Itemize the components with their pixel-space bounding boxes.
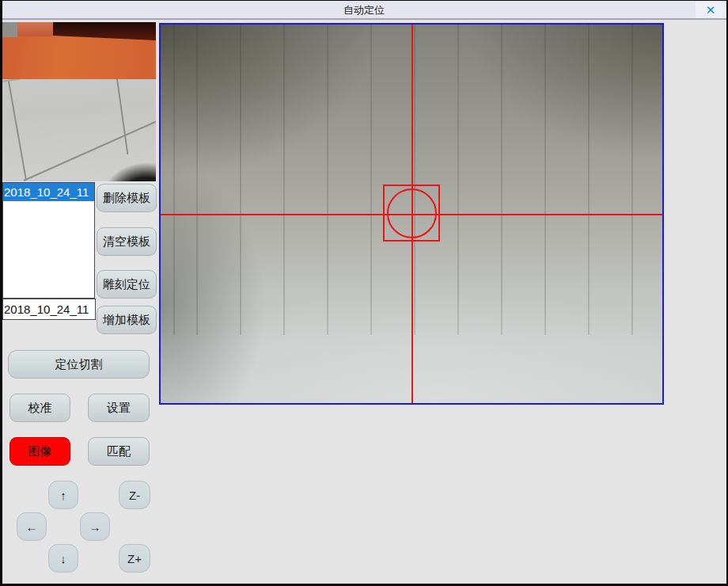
engrave-position-button[interactable]: 雕刻定位 bbox=[97, 270, 157, 299]
camera-view bbox=[159, 23, 664, 405]
calibrate-button[interactable]: 校准 bbox=[9, 394, 70, 422]
arrow-up-icon: ↑ bbox=[60, 489, 66, 502]
close-button[interactable]: ✕ bbox=[696, 2, 726, 18]
auto-position-dialog: 自动定位 ✕ 2018_10_24_11 删除模板 清空模板 雕刻定位 增加模板… bbox=[0, 0, 728, 586]
dialog-title: 自动定位 bbox=[0, 3, 728, 17]
add-template-button[interactable]: 增加模板 bbox=[97, 306, 157, 334]
delete-template-button[interactable]: 删除模板 bbox=[97, 184, 157, 212]
thumbnail-dark-object bbox=[103, 163, 156, 181]
title-bar: 自动定位 ✕ bbox=[0, 0, 728, 20]
jog-up-button[interactable]: ↑ bbox=[48, 481, 78, 509]
arrow-right-icon: → bbox=[89, 520, 101, 534]
jog-z-plus-button[interactable]: Z+ bbox=[119, 544, 150, 573]
arrow-left-icon: ← bbox=[26, 520, 38, 534]
match-button[interactable]: 匹配 bbox=[88, 437, 150, 466]
thumbnail-salmon-block bbox=[17, 22, 53, 36]
match-region-circle bbox=[387, 188, 437, 238]
window-border-left bbox=[0, 0, 2, 586]
template-list[interactable]: 2018_10_24_11 bbox=[2, 182, 95, 299]
jog-right-button[interactable]: → bbox=[80, 512, 110, 541]
arrow-down-icon: ↓ bbox=[60, 552, 66, 565]
close-icon: ✕ bbox=[696, 2, 726, 18]
position-cut-button[interactable]: 定位切割 bbox=[8, 350, 150, 379]
settings-button[interactable]: 设置 bbox=[88, 394, 150, 422]
jog-down-button[interactable]: ↓ bbox=[48, 544, 78, 573]
image-button[interactable]: 图像 bbox=[9, 437, 70, 466]
template-list-item[interactable]: 2018_10_24_11 bbox=[3, 183, 94, 201]
window-border-top bbox=[0, 0, 728, 1]
template-name-input[interactable] bbox=[2, 299, 96, 320]
template-thumbnail bbox=[2, 22, 156, 181]
jog-z-minus-button[interactable]: Z- bbox=[119, 481, 150, 509]
jog-left-button[interactable]: ← bbox=[17, 512, 47, 541]
thumbnail-gray-block bbox=[2, 22, 17, 37]
clear-templates-button[interactable]: 清空模板 bbox=[97, 227, 157, 256]
